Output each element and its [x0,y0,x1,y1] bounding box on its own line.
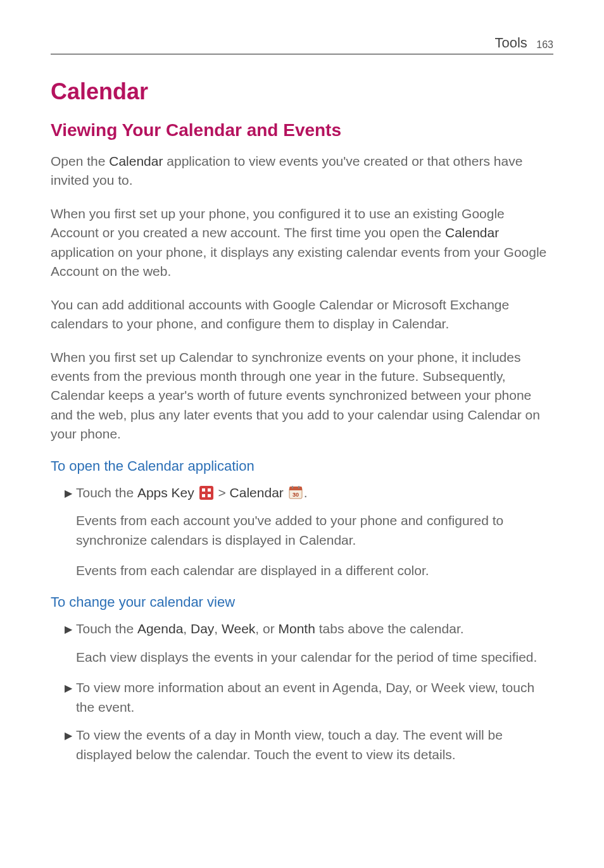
bullet-change-1: ▶ Touch the Agenda, Day, Week, or Month … [65,619,553,638]
open-indent-2: Events from each calendar are displayed … [76,561,553,580]
paragraph-3: You can add additional accounts with Goo… [51,295,553,334]
header-section-label: Tools [494,35,527,51]
header-page-number: 163 [536,39,553,50]
bullet-open-1: ▶ Touch the Apps Key > Calendar [51,483,553,581]
svg-rect-4 [208,494,211,497]
svg-rect-0 [199,486,213,500]
page-header: Tools 163 [51,35,553,54]
bullet-marker-icon: ▶ [65,483,76,500]
paragraph-2: When you first set up your phone, you co… [51,204,553,282]
page-title: Calendar [51,78,553,105]
svg-rect-1 [202,488,205,492]
bullet-marker-icon: ▶ [65,726,76,743]
svg-rect-6 [292,486,293,488]
bullet-marker-icon: ▶ [65,619,76,636]
paragraph-1: Open the Calendar application to view ev… [51,152,553,190]
change-indent-1: Each view displays the events in your ca… [76,648,553,667]
heading-open-calendar: To open the Calendar application [51,458,553,474]
apps-key-icon [199,486,213,500]
section-title-viewing: Viewing Your Calendar and Events [51,120,553,140]
svg-rect-2 [208,488,211,492]
bullet-marker-icon: ▶ [65,678,76,695]
open-indent-1: Events from each account you've added to… [76,511,553,550]
svg-text:30: 30 [293,492,299,498]
svg-rect-7 [298,486,299,488]
svg-rect-3 [202,494,205,497]
paragraph-4: When you first set up Calendar to synchr… [51,348,553,444]
calendar-icon: 30 [289,486,303,500]
bullet-change-3: ▶ To view the events of a day in Month v… [65,726,553,764]
bullet-change-2: ▶ To view more information about an even… [65,678,553,717]
heading-change-view: To change your calendar view [51,594,553,611]
